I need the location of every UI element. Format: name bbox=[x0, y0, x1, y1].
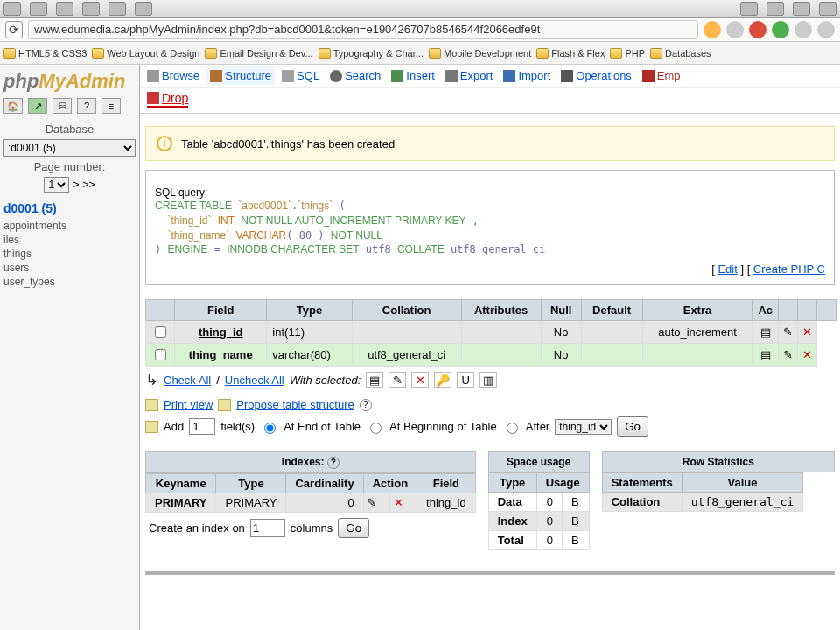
table-link[interactable]: appointments bbox=[4, 219, 136, 233]
index-cols-input[interactable] bbox=[250, 519, 285, 537]
reload-icon[interactable]: ⟳ bbox=[5, 21, 23, 38]
ext-icon[interactable] bbox=[817, 21, 835, 38]
logo: phpMyAdmin bbox=[4, 70, 136, 93]
drop-link[interactable]: Drop bbox=[147, 91, 188, 108]
tab-import[interactable]: Import bbox=[500, 66, 554, 85]
toolbar-btn[interactable] bbox=[82, 2, 100, 16]
ext-icon[interactable] bbox=[726, 21, 744, 38]
tab-structure[interactable]: Structure bbox=[206, 66, 275, 85]
bookmark[interactable]: Mobile Development bbox=[429, 48, 531, 59]
edit-icon[interactable]: ✎ bbox=[780, 325, 796, 340]
ext-icon[interactable] bbox=[749, 21, 766, 38]
space-type: Total bbox=[488, 531, 536, 550]
ext-icon[interactable] bbox=[704, 21, 721, 38]
tab-insert[interactable]: Insert bbox=[388, 66, 438, 85]
unique-action-icon[interactable]: U bbox=[457, 372, 474, 388]
toolbar-btn[interactable] bbox=[793, 2, 810, 16]
space-unit: B bbox=[562, 531, 589, 550]
row-checkbox[interactable] bbox=[155, 326, 166, 338]
help-icon[interactable]: ? bbox=[77, 98, 96, 114]
tab-operations[interactable]: Operations bbox=[557, 66, 635, 85]
table-link[interactable]: user_types bbox=[4, 275, 136, 289]
index-action-icon[interactable]: ▥ bbox=[480, 372, 497, 388]
at-end-radio[interactable] bbox=[264, 423, 276, 434]
toolbar-btn[interactable] bbox=[135, 2, 152, 16]
toolbar-btn[interactable] bbox=[4, 2, 21, 16]
sidebar: phpMyAdmin 🏠 ↗ ⛁ ? ≡ Database :d0001 (5)… bbox=[0, 65, 140, 630]
check-all-link[interactable]: Check All bbox=[164, 374, 211, 387]
field-extra bbox=[642, 344, 752, 367]
toolbar-btn[interactable] bbox=[108, 2, 126, 16]
toolbar-btn[interactable] bbox=[30, 2, 47, 16]
toolbar-btn[interactable] bbox=[766, 2, 784, 16]
tab-browse[interactable]: Browse bbox=[144, 66, 203, 85]
bookmark-label: PHP bbox=[625, 48, 645, 59]
edit-index-icon[interactable]: ✎ bbox=[364, 494, 380, 510]
uncheck-all-link[interactable]: Uncheck All bbox=[225, 374, 284, 387]
field-name[interactable]: thing_name bbox=[175, 344, 267, 367]
delete-index-icon[interactable]: ✕ bbox=[390, 494, 406, 510]
go-button[interactable]: Go bbox=[617, 416, 648, 437]
toolbar-btn[interactable] bbox=[819, 2, 836, 16]
help-icon[interactable]: ? bbox=[327, 457, 340, 469]
col-header: Null bbox=[541, 300, 581, 321]
browse-action-icon[interactable]: ▤ bbox=[366, 372, 383, 388]
tab-search[interactable]: Search bbox=[326, 66, 384, 85]
sql-code: CREATE TABLE `abcd0001`.`things` ( `thin… bbox=[155, 199, 825, 257]
url-field[interactable]: www.edumedia.ca/phpMyAdmin/index.php?db=… bbox=[28, 20, 698, 39]
bookmark[interactable]: Web Layout & Design bbox=[92, 48, 200, 59]
fields-table: FieldTypeCollationAttributesNullDefaultE… bbox=[145, 299, 836, 367]
bookmark-label: Email Design & Dev... bbox=[220, 48, 312, 59]
field-name[interactable]: thing_id bbox=[175, 321, 267, 344]
print-view-link[interactable]: Print view bbox=[164, 398, 213, 411]
toolbar-btn[interactable] bbox=[740, 2, 758, 16]
bookmark[interactable]: PHP bbox=[610, 48, 645, 59]
tab-sql[interactable]: SQL bbox=[278, 66, 323, 85]
nav-prev[interactable]: > bbox=[73, 178, 79, 191]
rowstats-panel: Row Statistics StatementsValueCollationu… bbox=[602, 451, 835, 550]
edit-link[interactable]: Edit bbox=[718, 262, 737, 276]
bookmark[interactable]: Databases bbox=[650, 48, 711, 59]
table-link[interactable]: things bbox=[4, 247, 136, 261]
propose-link[interactable]: Propose table structure bbox=[236, 398, 354, 411]
delete-action-icon[interactable]: ✕ bbox=[411, 372, 429, 388]
browse-icon[interactable]: ▤ bbox=[758, 325, 774, 340]
print-icon bbox=[145, 399, 158, 411]
bookmark[interactable]: Flash & Flex bbox=[536, 48, 605, 59]
after-radio[interactable] bbox=[507, 423, 518, 434]
delete-icon[interactable]: ✕ bbox=[800, 325, 816, 340]
edit-action-icon[interactable]: ✎ bbox=[388, 372, 406, 388]
tab-empty[interactable]: Emp bbox=[639, 66, 684, 85]
at-begin-radio[interactable] bbox=[370, 423, 382, 434]
go-button[interactable]: Go bbox=[338, 518, 369, 538]
help-icon[interactable]: ? bbox=[360, 399, 372, 411]
bookmark[interactable]: Typography & Char... bbox=[318, 48, 424, 59]
database-select[interactable]: :d0001 (5) bbox=[4, 139, 136, 157]
table-link[interactable]: users bbox=[4, 261, 136, 275]
after-select[interactable]: thing_id bbox=[555, 419, 612, 435]
tab-export[interactable]: Export bbox=[442, 66, 497, 85]
docs-icon[interactable]: ≡ bbox=[102, 98, 121, 114]
columns-label: columns bbox=[290, 522, 332, 535]
page-select[interactable]: 1 bbox=[44, 177, 69, 192]
bookmark[interactable]: HTML5 & CSS3 bbox=[4, 48, 87, 59]
exit-icon[interactable]: ↗ bbox=[28, 98, 47, 114]
db-link[interactable]: d0001 (5) bbox=[4, 201, 57, 215]
add-count-input[interactable] bbox=[189, 418, 215, 435]
home-icon[interactable]: 🏠 bbox=[4, 98, 23, 114]
edit-icon[interactable]: ✎ bbox=[780, 347, 796, 363]
key-action-icon[interactable]: 🔑 bbox=[434, 372, 452, 388]
col-header: Type bbox=[267, 300, 352, 321]
table-link[interactable]: iles bbox=[4, 233, 136, 247]
tab-bar: Browse Structure SQL Search Insert Expor… bbox=[140, 65, 840, 88]
bookmark[interactable]: Email Design & Dev... bbox=[205, 48, 312, 59]
ext-icon[interactable] bbox=[794, 21, 812, 38]
row-checkbox[interactable] bbox=[155, 349, 166, 360]
toolbar-btn[interactable] bbox=[56, 2, 74, 16]
ext-icon[interactable] bbox=[772, 21, 789, 38]
delete-icon[interactable]: ✕ bbox=[800, 347, 816, 363]
browse-icon[interactable]: ▤ bbox=[758, 347, 774, 363]
nav-next[interactable]: >> bbox=[83, 178, 95, 191]
sql-icon[interactable]: ⛁ bbox=[52, 98, 72, 114]
create-php-link[interactable]: Create PHP C bbox=[753, 262, 825, 276]
